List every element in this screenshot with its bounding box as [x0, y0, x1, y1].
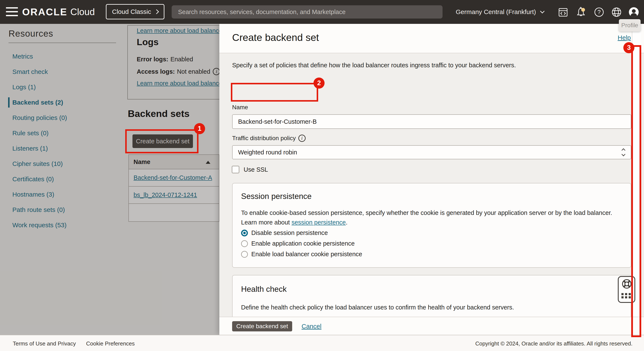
region-selector[interactable]: Germany Central (Frankfurt) — [456, 0, 544, 24]
annotation-box-3 — [631, 45, 641, 337]
use-ssl-label: Use SSL — [244, 166, 268, 173]
annotation-badge-1: 1 — [194, 123, 205, 134]
panel-header: Create backend set Help — [219, 24, 644, 53]
profile-avatar-icon[interactable] — [629, 7, 639, 17]
global-search — [172, 5, 442, 18]
info-icon[interactable]: i — [298, 134, 306, 142]
language-globe-icon[interactable] — [612, 7, 622, 17]
logo-cloud-text: Cloud — [70, 6, 95, 17]
region-label: Germany Central (Frankfurt) — [456, 8, 536, 16]
help-icon[interactable]: ? — [594, 7, 604, 17]
page-footer: Terms of Use and Privacy Cookie Preferen… — [0, 335, 644, 351]
traffic-policy-label: Traffic distribution policy i — [232, 134, 306, 142]
notifications-bell-icon[interactable] — [576, 7, 586, 17]
hamburger-menu-icon[interactable] — [6, 7, 18, 16]
cancel-link[interactable]: Cancel — [302, 323, 321, 330]
name-input[interactable] — [232, 114, 631, 129]
chevron-right-icon — [154, 9, 159, 14]
oracle-cloud-logo[interactable]: ORACLE Cloud — [22, 0, 95, 24]
annotation-box-1 — [125, 129, 198, 153]
radio-unselected-icon — [241, 251, 248, 258]
top-navigation-bar: ORACLE Cloud Cloud Classic Germany Centr… — [0, 0, 644, 24]
health-check-desc: Define the health check policy the load … — [241, 303, 622, 312]
profile-tooltip: Profile — [619, 19, 640, 32]
traffic-policy-select[interactable]: Weighted round robin — [232, 145, 631, 159]
search-input[interactable] — [172, 5, 442, 18]
profile-tooltip-label: Profile — [621, 22, 638, 29]
name-field-label: Name — [232, 104, 248, 111]
svg-text:?: ? — [597, 9, 600, 15]
notification-badge-dot — [581, 8, 585, 12]
panel-intro-text: Specify a set of policies that define ho… — [232, 62, 516, 69]
cookie-preferences-link[interactable]: Cookie Preferences — [86, 340, 134, 347]
health-check-title: Health check — [241, 285, 287, 294]
chevron-down-icon — [540, 9, 544, 13]
create-backend-set-panel: Create backend set Help Specify a set of… — [219, 24, 644, 335]
create-backend-set-submit-button[interactable]: Create backend set — [232, 321, 292, 332]
developer-console-icon[interactable] — [558, 7, 568, 17]
session-persistence-card: Session persistence To enable cookie-bas… — [232, 183, 631, 268]
radio-selected-icon — [241, 230, 248, 236]
traffic-policy-value: Weighted round robin — [238, 149, 297, 156]
use-ssl-checkbox[interactable] — [232, 166, 239, 173]
session-persistence-title: Session persistence — [241, 192, 312, 201]
select-chevrons-icon — [622, 149, 625, 156]
terms-link[interactable]: Terms of Use and Privacy — [13, 340, 76, 347]
session-persistence-desc: To enable cookie-based session persisten… — [241, 208, 622, 227]
logo-oracle-text: ORACLE — [22, 6, 67, 18]
panel-title: Create backend set — [232, 32, 319, 43]
help-link[interactable]: Help — [618, 34, 631, 41]
health-check-card: Health check Define the health check pol… — [232, 275, 631, 317]
radio-enable-load-balancer-cookie[interactable]: Enable load balancer cookie persistence — [241, 251, 362, 258]
session-persistence-link[interactable]: session persistence — [292, 219, 346, 226]
radio-enable-application-cookie[interactable]: Enable application cookie persistence — [241, 240, 362, 247]
oracle-cloud-console: ORACLE Cloud Cloud Classic Germany Centr… — [0, 0, 644, 351]
annotation-box-2 — [231, 83, 318, 102]
radio-unselected-icon — [241, 240, 248, 247]
cloud-classic-button[interactable]: Cloud Classic — [106, 4, 164, 20]
modal-dim-overlay — [0, 24, 219, 335]
copyright-text: Copyright © 2024, Oracle and/or its affi… — [475, 340, 632, 347]
life-preserver-icon — [622, 278, 632, 289]
cloud-classic-label: Cloud Classic — [112, 8, 151, 15]
use-ssl-row: Use SSL — [232, 166, 268, 173]
radio-disable-session-persistence[interactable]: Disable session persistence — [241, 230, 362, 236]
panel-action-bar: Create backend set Cancel — [219, 317, 644, 335]
annotation-badge-2: 2 — [314, 78, 324, 88]
